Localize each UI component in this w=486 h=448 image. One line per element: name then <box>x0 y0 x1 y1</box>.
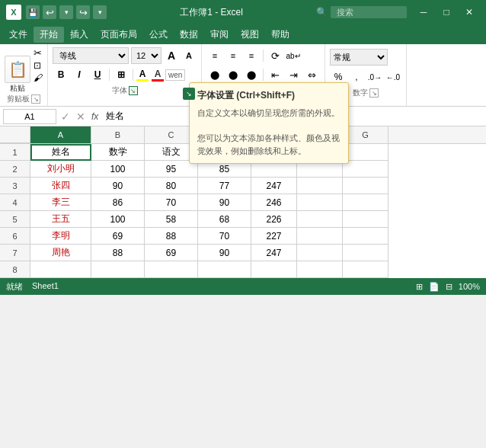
cell-f3[interactable] <box>297 178 343 194</box>
col-header-a[interactable]: A <box>30 126 91 143</box>
cell-a1[interactable]: 姓名 <box>30 144 91 161</box>
page-layout-icon[interactable]: 📄 <box>429 282 440 292</box>
cell-e7[interactable]: 247 <box>251 245 297 261</box>
cell-g4[interactable] <box>343 194 388 211</box>
cut-button[interactable]: ✂ <box>34 47 43 59</box>
cell-c4[interactable]: 70 <box>145 194 198 211</box>
italic-button[interactable]: I <box>71 66 88 83</box>
cell-a7[interactable]: 周艳 <box>30 245 91 261</box>
cell-d5[interactable]: 68 <box>198 211 251 228</box>
cell-g6[interactable] <box>343 228 388 245</box>
row-header-6[interactable]: 6 <box>0 228 30 245</box>
page-break-icon[interactable]: ⊟ <box>446 282 452 292</box>
cell-f7[interactable] <box>297 245 343 261</box>
cell-a2[interactable]: 刘小明 <box>30 161 91 178</box>
cell-a4[interactable]: 李三 <box>30 194 91 211</box>
format-painter-button[interactable]: 🖌 <box>34 72 43 83</box>
copy-button[interactable]: ⊡ <box>34 60 43 71</box>
cell-e6[interactable]: 227 <box>251 228 297 245</box>
cell-reference-input[interactable] <box>3 109 56 124</box>
undo-button[interactable]: ↩ <box>43 5 56 19</box>
menu-view[interactable]: 视图 <box>235 27 265 43</box>
cell-a3[interactable]: 张四 <box>30 178 91 194</box>
col-header-b[interactable]: B <box>91 126 145 143</box>
menu-file[interactable]: 文件 <box>3 27 34 43</box>
cell-b8[interactable] <box>91 261 145 278</box>
clipboard-expander[interactable]: ↘ <box>31 94 40 104</box>
undo-arrow[interactable]: ▾ <box>59 5 73 19</box>
menu-pagelayout[interactable]: 页面布局 <box>94 27 143 43</box>
sheet-tab[interactable]: Sheet1 <box>32 281 59 293</box>
align-bottom-button[interactable]: ≡ <box>243 47 260 64</box>
border-button[interactable]: ⊞ <box>113 66 129 83</box>
close-button[interactable]: ✕ <box>459 3 480 21</box>
cell-e3[interactable]: 247 <box>251 178 297 194</box>
wen-button[interactable]: wen <box>165 69 185 81</box>
fill-color-button[interactable]: A <box>136 69 149 82</box>
align-left-button[interactable]: ⬤ <box>206 66 223 83</box>
cell-b6[interactable]: 69 <box>91 228 145 245</box>
font-dialog-launcher[interactable]: ↘ <box>183 88 195 100</box>
decrease-decimal-button[interactable]: ←.0 <box>385 69 401 85</box>
align-middle-button[interactable]: ≡ <box>225 47 241 64</box>
merge-button[interactable]: ⇔ <box>303 66 320 83</box>
underline-button[interactable]: U <box>89 66 106 83</box>
decrease-indent-button[interactable]: ⇤ <box>267 66 283 83</box>
cell-a6[interactable]: 李明 <box>30 228 91 245</box>
cell-d8[interactable] <box>198 261 251 278</box>
cell-f5[interactable] <box>297 211 343 228</box>
cell-f6[interactable] <box>297 228 343 245</box>
cell-b3[interactable]: 90 <box>91 178 145 194</box>
row-header-3[interactable]: 3 <box>0 178 30 194</box>
align-top-button[interactable]: ≡ <box>206 47 223 64</box>
increase-decimal-button[interactable]: .0→ <box>366 69 383 85</box>
cell-g8[interactable] <box>343 261 388 278</box>
number-format-select[interactable]: 常规 <box>330 49 388 66</box>
cell-c8[interactable] <box>145 261 198 278</box>
customize-btn[interactable]: ▾ <box>93 5 107 19</box>
bold-button[interactable]: B <box>53 66 69 83</box>
cell-g7[interactable] <box>343 245 388 261</box>
align-right-button[interactable]: ⬤ <box>243 66 260 83</box>
cell-d4[interactable]: 90 <box>198 194 251 211</box>
row-header-2[interactable]: 2 <box>0 161 30 178</box>
cell-g5[interactable] <box>343 211 388 228</box>
row-header-5[interactable]: 5 <box>0 211 30 228</box>
font-color-button[interactable]: A <box>152 69 164 82</box>
row-header-8[interactable]: 8 <box>0 261 30 278</box>
cell-c5[interactable]: 58 <box>145 211 198 228</box>
cell-g1[interactable] <box>343 144 388 161</box>
cell-d7[interactable]: 90 <box>198 245 251 261</box>
cell-b1[interactable]: 数学 <box>91 144 145 161</box>
row-header-1[interactable]: 1 <box>0 144 30 161</box>
increase-indent-button[interactable]: ⇥ <box>285 66 302 83</box>
cell-c7[interactable]: 69 <box>145 245 198 261</box>
font-size-select[interactable]: 12 <box>131 47 161 64</box>
comma-button[interactable]: , <box>348 69 365 85</box>
check-icon[interactable]: ✓ <box>59 110 72 123</box>
cell-d6[interactable]: 70 <box>198 228 251 245</box>
cell-e8[interactable] <box>251 261 297 278</box>
menu-review[interactable]: 审阅 <box>204 27 235 43</box>
row-header-4[interactable]: 4 <box>0 194 30 211</box>
cell-b4[interactable]: 86 <box>91 194 145 211</box>
cell-b5[interactable]: 100 <box>91 211 145 228</box>
col-header-g[interactable]: G <box>343 126 388 143</box>
decrease-font-button[interactable]: A <box>181 48 197 63</box>
font-expander[interactable]: ↘ <box>129 86 138 95</box>
cell-a5[interactable]: 王五 <box>30 211 91 228</box>
row-header-7[interactable]: 7 <box>0 245 30 261</box>
maximize-button[interactable]: □ <box>436 3 457 21</box>
cell-c6[interactable]: 88 <box>145 228 198 245</box>
cell-g2[interactable] <box>343 161 388 178</box>
save-button[interactable]: 💾 <box>26 5 40 19</box>
menu-home[interactable]: 开始 <box>34 27 64 43</box>
menu-formula[interactable]: 公式 <box>143 27 174 43</box>
minimize-button[interactable]: ─ <box>413 3 434 21</box>
cell-g3[interactable] <box>343 178 388 194</box>
cell-c3[interactable]: 80 <box>145 178 198 194</box>
menu-help[interactable]: 帮助 <box>265 27 296 43</box>
wrap-text-button[interactable]: ab↵ <box>285 47 302 64</box>
paste-button[interactable]: 📋 粘贴 <box>5 56 30 94</box>
cell-e5[interactable]: 226 <box>251 211 297 228</box>
